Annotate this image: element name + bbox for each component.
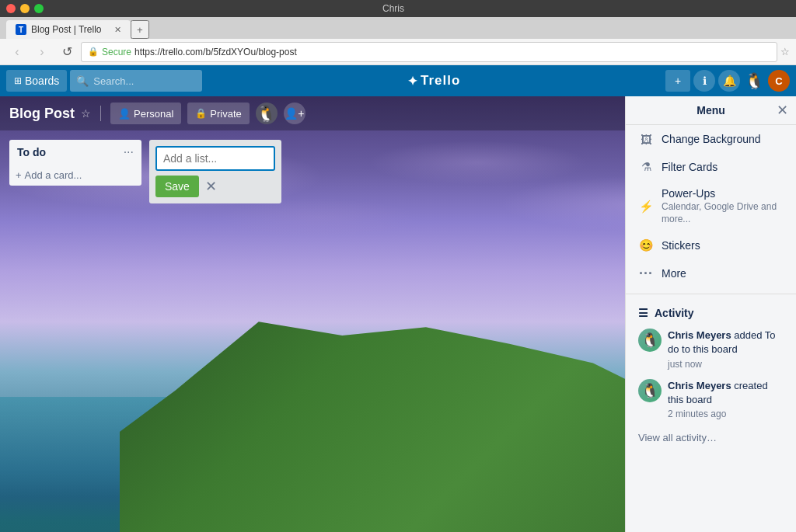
add-card-label: Add a card... (25, 169, 82, 181)
header-right-actions: + ℹ 🔔 🐧 C (665, 70, 790, 92)
boards-label: Boards (25, 75, 59, 87)
toolbar-divider (100, 106, 101, 121)
activity-text-content-1: Chris Meyers added To do to this board (668, 329, 784, 356)
trello-app: ⊞ Boards 🔍 ✦ Trello + ℹ 🔔 🐧 C (0, 65, 796, 532)
add-list-input[interactable] (155, 146, 275, 171)
member-avatar-1[interactable]: 🐧 (256, 103, 278, 124)
address-bar[interactable]: 🔒 Secure https://trello.com/b/5fzdXYOu/b… (81, 42, 777, 62)
board-toolbar: Blog Post ☆ 👤 Personal 🔒 Private 🐧 👤+ (0, 96, 625, 130)
activity-avatar-inner-1: 🐧 (638, 329, 662, 352)
tab-favicon: T (16, 24, 26, 35)
info-icon: ℹ (703, 75, 707, 87)
user-avatar[interactable]: C (768, 70, 790, 92)
notifications-button[interactable]: 🔔 (718, 70, 740, 92)
boards-button[interactable]: ⊞ Boards (6, 70, 67, 92)
search-input[interactable] (93, 75, 196, 87)
member-penguin-icon: 🐧 (257, 104, 276, 123)
activity-title: ☰ Activity (638, 307, 784, 319)
add-icon: + (16, 169, 22, 181)
menu-item-stickers[interactable]: 😊 Stickers (626, 231, 796, 259)
create-icon: + (675, 75, 681, 87)
trello-logo: ✦ Trello (205, 73, 662, 89)
list-header-todo: To do ··· (9, 140, 141, 165)
favicon-letter: T (19, 26, 23, 34)
menu-item-power-ups[interactable]: ⚡ Power-Ups Calendar, Google Drive and m… (626, 181, 796, 231)
forward-button[interactable]: › (31, 41, 53, 63)
powerups-icon: ⚡ (638, 199, 654, 214)
menu-label-more: More (662, 267, 686, 280)
menu-item-filter-content: Filter Cards (662, 161, 717, 173)
activity-time-1: just now (668, 359, 784, 370)
menu-item-bg-content: Change Background (662, 133, 761, 145)
list-title-todo: To do (17, 146, 46, 158)
trello-header: ⊞ Boards 🔍 ✦ Trello + ℹ 🔔 🐧 C (0, 65, 796, 96)
menu-item-stickers-content: Stickers (662, 239, 700, 252)
menu-item-change-background[interactable]: 🖼 Change Background (626, 125, 796, 153)
reload-button[interactable]: ↺ (56, 41, 78, 63)
board-star-button[interactable]: ☆ (81, 107, 91, 120)
right-panel: Menu ✕ 🖼 Change Background ⚗ Filter Card… (625, 96, 796, 532)
logo-text: Trello (421, 73, 460, 89)
activity-avatar-inner-2: 🐧 (638, 379, 662, 402)
add-member-icon: 👤+ (285, 107, 304, 120)
board-title[interactable]: Blog Post (9, 106, 75, 122)
lists-container: To do ··· + Add a card... Save ✕ (0, 96, 625, 532)
add-list-actions: Save ✕ (155, 176, 275, 197)
menu-label-powerups: Power-Ups (662, 187, 784, 200)
menu-item-more[interactable]: ··· More (626, 259, 796, 287)
search-bar[interactable]: 🔍 (70, 70, 202, 92)
back-button[interactable]: ‹ (6, 41, 28, 63)
new-tab-button[interactable]: + (131, 20, 149, 39)
close-button[interactable] (6, 4, 16, 13)
activity-item-1: 🐧 Chris Meyers added To do to this board… (638, 329, 784, 369)
add-card-link-todo[interactable]: + Add a card... (9, 165, 141, 186)
menu-item-more-content: More (662, 267, 686, 280)
panel-title: Menu (696, 104, 725, 116)
secure-icon: 🔒 (88, 47, 99, 57)
info-button[interactable]: ℹ (693, 70, 715, 92)
save-list-button[interactable]: Save (155, 176, 199, 197)
secure-label: Secure (102, 47, 131, 57)
bell-icon: 🔔 (723, 75, 736, 87)
bookmark-button[interactable]: ☆ (780, 46, 790, 57)
privacy-label: Private (210, 108, 241, 120)
menu-label-change-background: Change Background (662, 133, 761, 145)
list-menu-button-todo[interactable]: ··· (124, 146, 134, 158)
minimize-button[interactable] (20, 4, 30, 13)
panel-header: Menu ✕ (626, 96, 796, 125)
activity-icon: ☰ (638, 307, 648, 319)
tab-close-button[interactable]: ✕ (114, 25, 121, 35)
panel-close-button[interactable]: ✕ (777, 102, 788, 119)
privacy-button[interactable]: 🔒 Private (187, 103, 249, 124)
add-member-button[interactable]: 👤+ (284, 103, 305, 124)
maximize-button[interactable] (34, 4, 44, 13)
linux-avatar[interactable]: 🐧 (743, 70, 765, 92)
visibility-button[interactable]: 👤 Personal (110, 103, 181, 124)
url-display: https://trello.com/b/5fzdXYOu/blog-post (134, 47, 297, 57)
menu-item-powerups-content: Power-Ups Calendar, Google Drive and mor… (662, 187, 784, 225)
menu-label-stickers: Stickers (662, 239, 700, 252)
create-button[interactable]: + (665, 70, 690, 92)
activity-title-text: Activity (655, 307, 694, 319)
search-icon: 🔍 (76, 75, 89, 87)
avatar-initial: C (775, 75, 782, 87)
os-window-controls[interactable] (6, 4, 44, 13)
penguin-icon: 🐧 (745, 71, 764, 90)
stickers-icon: 😊 (638, 238, 654, 253)
activity-text-1: Chris Meyers added To do to this board j… (668, 329, 784, 369)
panel-divider (626, 294, 796, 294)
nav-bar: ‹ › ↺ 🔒 Secure https://trello.com/b/5fzd… (0, 39, 796, 65)
menu-label-filter: Filter Cards (662, 161, 717, 173)
activity-user-2: Chris Meyers (668, 380, 731, 391)
list-todo: To do ··· + Add a card... (9, 140, 141, 186)
view-all-activity-link[interactable]: View all activity… (638, 429, 784, 447)
menu-sub-powerups: Calendar, Google Drive and more... (662, 201, 784, 225)
cancel-add-list-button[interactable]: ✕ (202, 176, 220, 196)
activity-text-content-2: Chris Meyers created this board (668, 379, 784, 407)
logo-icon: ✦ (407, 74, 417, 89)
lock-icon: 🔒 (195, 108, 207, 119)
menu-item-filter-cards[interactable]: ⚗ Filter Cards (626, 153, 796, 181)
visibility-label: Personal (134, 108, 173, 120)
activity-avatar-2: 🐧 (638, 379, 662, 402)
browser-tab[interactable]: T Blog Post | Trello ✕ (6, 20, 131, 39)
